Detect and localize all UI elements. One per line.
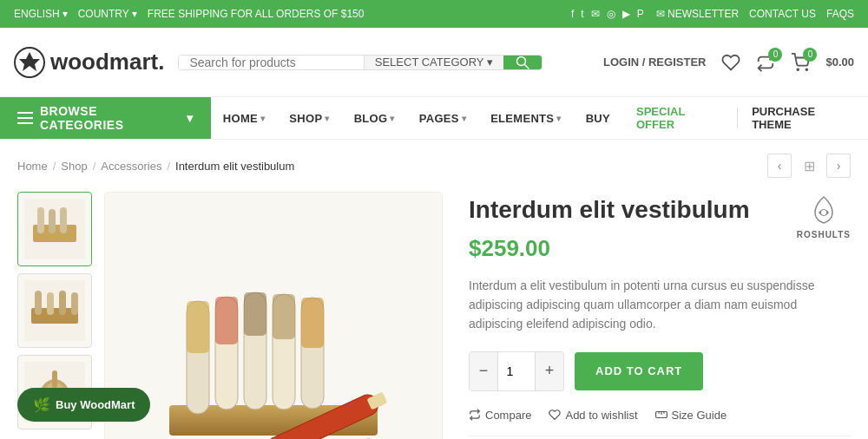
breadcrumb-accessories[interactable]: Accessories (101, 160, 161, 173)
nav-home[interactable]: HOME ▾ (211, 97, 278, 139)
twitter-icon[interactable]: t (581, 8, 583, 20)
svg-line-3 (525, 64, 529, 69)
special-offer-link[interactable]: SPECIAL OFFER (622, 105, 737, 131)
thumb-img-2 (24, 280, 85, 341)
search-button[interactable] (503, 56, 542, 69)
nav-shop[interactable]: SHOP ▾ (277, 97, 341, 139)
svg-point-5 (806, 69, 808, 70)
ruler-icon (655, 409, 667, 421)
product-description: Interdum a elit vestibulum in potenti ur… (469, 276, 851, 334)
svg-marker-1 (19, 52, 40, 71)
faqs-link[interactable]: FAQS (826, 8, 854, 20)
quantity-input[interactable] (497, 352, 536, 390)
breadcrumb-nav: ‹ ⊞ › (767, 154, 851, 178)
brand-icon (806, 195, 841, 228)
category-arrow: ▾ (487, 56, 493, 69)
nav-blog-arrow: ▾ (390, 114, 394, 123)
main-nav: HOME ▾ SHOP ▾ BLOG ▾ PAGES ▾ ELEMENTS ▾ … (211, 97, 622, 139)
svg-rect-25 (215, 297, 238, 344)
svg-rect-27 (244, 292, 266, 336)
nav-elements[interactable]: ELEMENTS ▾ (478, 97, 574, 139)
purchase-theme-link[interactable]: PURCHASE THEME (738, 105, 868, 131)
browse-categories-button[interactable]: BROWSE CATEGORIES ▾ (0, 97, 211, 139)
nav-buy[interactable]: BUY (574, 97, 622, 139)
compare-link[interactable]: Compare (469, 409, 531, 422)
newsletter-link[interactable]: ✉ NEWSLETTER (656, 8, 739, 20)
cart-button[interactable]: 0 (791, 53, 810, 72)
hamburger-icon (17, 112, 33, 124)
pinterest-icon[interactable]: P (637, 8, 644, 20)
nav-shop-arrow: ▾ (325, 114, 329, 123)
svg-point-35 (821, 210, 826, 215)
nav-pages[interactable]: PAGES ▾ (407, 97, 478, 139)
brand-name-label: ROSHULTS (797, 230, 851, 239)
header-actions: LOGIN / REGISTER 0 0 $0.00 (603, 53, 854, 72)
breadcrumb-prev[interactable]: ‹ (767, 154, 792, 178)
buy-woodmart-button[interactable]: 🌿 Buy WoodMart (17, 388, 150, 422)
quantity-increase[interactable]: + (536, 352, 563, 390)
country-arrow: ▾ (132, 8, 137, 20)
breadcrumb-sep-1: / (53, 160, 56, 173)
breadcrumb-grid[interactable]: ⊞ (797, 154, 821, 178)
compare-action-icon (469, 409, 481, 421)
breadcrumb-sep-3: / (167, 160, 170, 173)
country-selector[interactable]: COUNTRY ▾ (78, 8, 137, 20)
product-title: Interdum elit vestibulum (469, 195, 851, 225)
breadcrumb-home[interactable]: Home (17, 160, 48, 173)
compare-button[interactable]: 0 (756, 53, 775, 72)
top-bar-left: ENGLISH ▾ COUNTRY ▾ FREE SHIPPING FOR AL… (14, 8, 364, 20)
breadcrumb-current: Interdum elit vestibulum (175, 160, 294, 173)
svg-rect-9 (49, 209, 56, 233)
language-selector[interactable]: ENGLISH ▾ (14, 8, 68, 20)
svg-rect-15 (59, 291, 66, 315)
svg-point-4 (798, 69, 799, 70)
nav-home-arrow: ▾ (260, 114, 265, 123)
size-guide-link[interactable]: Size Guide (655, 409, 727, 422)
nav-elements-arrow: ▾ (556, 114, 561, 123)
free-shipping-banner: FREE SHIPPING FOR ALL ORDERS OF $150 (148, 8, 365, 20)
instagram-icon[interactable]: ◎ (607, 8, 615, 20)
svg-rect-10 (60, 207, 67, 233)
thumbnail-2[interactable] (17, 273, 92, 348)
svg-rect-14 (47, 292, 54, 315)
add-to-cart-row: − + ADD TO CART (469, 351, 851, 391)
nav-bar: BROWSE CATEGORIES ▾ HOME ▾ SHOP ▾ BLOG ▾… (0, 97, 868, 140)
product-info: ROSHULTS Interdum elit vestibulum $259.0… (469, 192, 851, 439)
quantity-control: − + (469, 351, 564, 391)
logo-icon (14, 47, 45, 78)
facebook-icon[interactable]: f (571, 8, 574, 20)
logo[interactable]: woodmart. (14, 47, 164, 78)
topbar-links: ✉ NEWSLETTER CONTACT US FAQS (656, 8, 854, 20)
svg-rect-13 (35, 291, 42, 315)
leaf-icon: 🌿 (33, 396, 50, 413)
product-actions: Compare Add to wishlist Size Guide (469, 409, 851, 436)
thumbnail-1[interactable] (17, 192, 92, 266)
search-input[interactable] (179, 56, 363, 69)
heart-action-icon (549, 409, 561, 421)
svg-rect-31 (301, 298, 324, 348)
cart-badge: 0 (803, 48, 817, 62)
contact-link[interactable]: CONTACT US (749, 8, 816, 20)
category-select[interactable]: SELECT CATEGORY ▾ (364, 56, 504, 69)
breadcrumb-shop[interactable]: Shop (61, 160, 87, 173)
add-to-cart-button[interactable]: ADD TO CART (575, 352, 703, 390)
nav-right: SPECIAL OFFER PURCHASE THEME (622, 97, 868, 139)
login-register-link[interactable]: LOGIN / REGISTER (603, 56, 706, 69)
wishlist-link[interactable]: Add to wishlist (549, 409, 637, 422)
email-icon[interactable]: ✉ (591, 8, 600, 20)
youtube-icon[interactable]: ▶ (622, 8, 630, 20)
product-image-svg (126, 223, 421, 439)
svg-rect-8 (37, 207, 44, 233)
nav-blog[interactable]: BLOG ▾ (342, 97, 407, 139)
top-bar: ENGLISH ▾ COUNTRY ▾ FREE SHIPPING FOR AL… (0, 0, 868, 28)
compare-badge: 0 (768, 48, 782, 62)
breadcrumb-next[interactable]: › (826, 154, 851, 178)
wishlist-button[interactable] (721, 53, 740, 72)
thumb-img-1 (24, 199, 85, 259)
cart-total: $0.00 (825, 56, 854, 69)
quantity-decrease[interactable]: − (470, 352, 497, 390)
breadcrumb: Home / Shop / Accessories / Interdum eli… (17, 154, 851, 178)
product-price: $259.00 (469, 235, 851, 262)
svg-rect-23 (187, 301, 209, 353)
main-product-image (104, 192, 443, 439)
